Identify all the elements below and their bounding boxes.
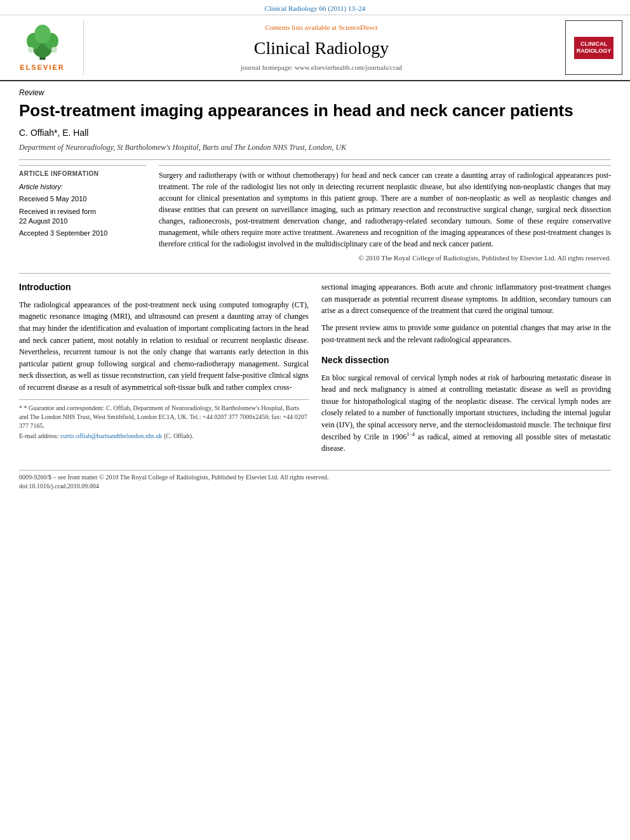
abstract-text: Surgery and radiotherapy (with or withou…	[159, 170, 611, 250]
article-history-label: Article history:	[19, 182, 146, 192]
journal-homepage: journal homepage: www.elsevierhealth.com…	[90, 63, 553, 72]
email-link: curtis.offiah@bartsandthelondon.nhs.uk	[60, 432, 162, 439]
revised-date: Received in revised form 22 August 2010	[19, 207, 146, 227]
footnote-email: E-mail address: curtis.offiah@bartsandth…	[19, 432, 309, 441]
accepted-date: Accepted 3 September 2010	[19, 229, 146, 238]
body-section: Introduction The radiological appearance…	[19, 273, 611, 460]
footnote-asterisk-symbol: *	[19, 404, 24, 411]
main-content: Review Post-treatment imaging appearance…	[0, 81, 630, 497]
sciencedirect-line: Contents lists available at ScienceDirec…	[90, 23, 553, 32]
body-col-right: sectional imaging appearances. Both acut…	[321, 281, 611, 460]
article-info-row: ARTICLE INFORMATION Article history: Rec…	[19, 165, 611, 263]
header-center: Contents lists available at ScienceDirec…	[84, 20, 559, 75]
crile-superscript: 1−4	[407, 432, 415, 437]
svg-point-4	[34, 25, 51, 44]
doi-line: doi:10.1016/j.crad.2010.09.004	[19, 482, 611, 491]
article-info-label: ARTICLE INFORMATION	[19, 170, 146, 178]
journal-logo-box: CLINICALRADIOLOGY	[565, 20, 622, 75]
neck-dissection-title: Neck dissection	[321, 354, 611, 367]
journal-name: Clinical Radiology	[90, 36, 553, 60]
introduction-p3: The present review aims to provide some …	[321, 322, 611, 345]
svg-point-5	[27, 47, 33, 53]
abstract-col: Surgery and radiotherapy (with or withou…	[159, 165, 611, 263]
section-label: Review	[19, 88, 611, 98]
journal-top-bar: Clinical Radiology 66 (2011) 13–24	[0, 0, 630, 15]
article-title: Post-treatment imaging appearances in he…	[19, 101, 611, 121]
svg-point-6	[51, 47, 57, 53]
journal-logo-text: CLINICALRADIOLOGY	[574, 37, 614, 59]
authors: C. Offiah*, E. Hall	[19, 127, 611, 140]
sciencedirect-link-text: ScienceDirect	[338, 23, 378, 31]
affiliation: Department of Neuroradiology, St Barthol…	[19, 142, 611, 153]
introduction-title: Introduction	[19, 281, 309, 294]
header-section: ELSEVIER Contents lists available at Sci…	[0, 15, 630, 81]
received-date: Received 5 May 2010	[19, 194, 146, 204]
elsevier-logo-box: ELSEVIER	[8, 20, 84, 75]
body-col-left: Introduction The radiological appearance…	[19, 281, 309, 460]
introduction-p2: sectional imaging appearances. Both acut…	[321, 281, 611, 317]
divider	[19, 159, 611, 160]
footnote-section: * * Guarantor and correspondent: C. Offi…	[19, 399, 309, 441]
footnote-bottom: 0009-9260/$ – see front matter © 2010 Th…	[19, 470, 611, 491]
introduction-p1: The radiological appearances of the post…	[19, 299, 309, 394]
article-info-col: ARTICLE INFORMATION Article history: Rec…	[19, 165, 146, 263]
elsevier-tree-icon	[17, 23, 68, 62]
journal-citation: Clinical Radiology 66 (2011) 13–24	[264, 4, 365, 12]
footnote-asterisk: * * Guarantor and correspondent: C. Offi…	[19, 404, 309, 430]
neck-dissection-p1: En bloc surgical removal of cervical lym…	[321, 372, 611, 455]
issn-line: 0009-9260/$ – see front matter © 2010 Th…	[19, 473, 611, 482]
elsevier-label: ELSEVIER	[20, 63, 64, 72]
copyright-text: © 2010 The Royal College of Radiologists…	[159, 253, 611, 263]
